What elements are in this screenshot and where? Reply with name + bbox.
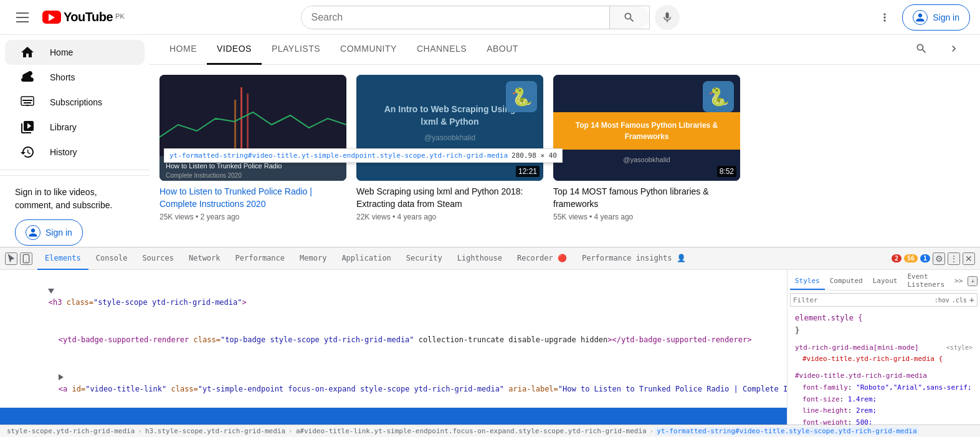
tab-sources[interactable]: Sources [135,247,181,270]
tab-channels[interactable]: CHANNELS [407,35,477,65]
topbar: YouTube PK Sign i [0,0,980,35]
sign-in-button[interactable]: Sign in [902,4,970,31]
video-age: 2 years ago [201,213,240,221]
video-meta: 22K views • 4 years ago [356,213,543,221]
expand-triangle[interactable] [48,289,54,294]
devtools-icons: 2 56 1 ⚙ ⋮ ✕ [892,252,975,265]
rule-source: <style> [946,342,973,354]
chevron-right-icon [948,42,960,55]
devtools-settings-button[interactable]: ⚙ [933,252,945,265]
video-card[interactable]: How to Listen to Trunked Police Radio Co… [159,75,346,224]
breadcrumb-item[interactable]: h3.style-scope.ytd-rich-grid-media [143,427,287,435]
element-tooltip: yt-formatted-string#video-title.yt-simpl… [164,148,563,163]
element-style-rule: element.style { } [790,309,978,340]
code-line[interactable]: <ytd-badge-supported-renderer class="top… [0,322,787,359]
code-line-selected[interactable]: <yt-formatted-string id="video-title" cl… [0,408,787,425]
devtools-more-button[interactable]: ⋮ [948,252,960,265]
search-tab-icon [915,42,928,55]
main-content: HOME VIDEOS PLAYLISTS COMMUNITY CHANNELS… [150,35,980,234]
code-line[interactable]: <a id="video-title-link" class="yt-simpl… [0,358,787,408]
sidebar-item-subscriptions-label: Subscriptions [50,97,102,107]
new-style-rule-button[interactable]: + [968,276,978,286]
tooltip-class: yt-formatted-string#video-title.yt-simpl… [169,151,508,160]
tab-playlists[interactable]: PLAYLISTS [262,35,330,65]
svg-rect-17 [553,112,740,150]
devtools-device-button[interactable] [20,252,32,265]
devtools-close-button[interactable]: ✕ [963,252,975,265]
tab-community[interactable]: COMMUNITY [330,35,407,65]
tab-styles[interactable]: Styles [790,272,825,290]
tab-lighthouse[interactable]: Lighthouse [450,247,510,270]
tab-layout[interactable]: Layout [868,272,903,290]
breadcrumb-item[interactable]: a#video-title-link.yt-simple-endpoint.fo… [294,427,649,435]
tab-application[interactable]: Application [334,247,398,270]
tab-chevron[interactable] [938,35,970,65]
tab-videos[interactable]: VIDEOS [207,35,262,65]
tab-home[interactable]: HOME [159,35,207,65]
home-icon [20,45,35,60]
history-icon [20,145,35,160]
styles-filter-input[interactable] [793,296,935,304]
breadcrumb-item-active[interactable]: yt-formatted-string#video-title.style-sc… [655,427,918,435]
search-input[interactable] [302,6,609,29]
video-grid: How to Listen to Trunked Police Radio Co… [150,65,980,234]
video-title: Web Scraping using lxml and Python 2018:… [356,186,543,210]
add-style-button[interactable]: + [969,295,974,305]
tab-event-listeners[interactable]: Event Listeners [902,272,949,290]
error-badge: 2 [892,254,902,262]
tab-network[interactable]: Network [181,247,228,270]
devtools-elements-panel: <h3 class="style-scope ytd-rich-grid-med… [0,270,787,425]
devtools-inspect-button[interactable] [5,252,17,265]
library-icon [20,120,35,135]
svg-text:🐍: 🐍 [511,87,533,107]
search-button[interactable] [609,6,649,29]
tab-recorder[interactable]: Recorder 🔴 [510,247,574,270]
hamburger-menu-button[interactable] [10,5,35,30]
tab-security[interactable]: Security [399,247,450,270]
tab-elements[interactable]: Elements [37,247,88,270]
tab-about[interactable]: ABOUT [477,35,528,65]
css-prop-fontfamily: font-family: "Roboto","Arial",sans-serif… [795,382,973,394]
css-prop-lineheight: line-height: 2rem; [795,405,973,417]
video-thumbnail: An Intro to Web Scraping Using lxml & Py… [356,75,543,181]
tab-more-styles[interactable]: >> [949,272,968,290]
tab-computed[interactable]: Computed [825,272,868,290]
search-box [301,6,650,29]
tab-memory[interactable]: Memory [292,247,334,270]
sidebar-sign-in-button[interactable]: Sign in [15,219,83,246]
video-views: 55K views [553,213,588,221]
sidebar-item-shorts[interactable]: Shorts [5,65,145,90]
tab-search-button[interactable] [905,35,938,65]
info-badge: 1 [920,254,930,262]
sidebar-item-history[interactable]: History [5,140,145,165]
yt-logo-icon [42,11,61,24]
svg-text:How to Listen to Trunked Polic: How to Listen to Trunked Police Radio [166,162,282,170]
expand-triangle[interactable] [59,374,64,380]
sidebar-item-subscriptions[interactable]: Subscriptions [5,90,145,115]
youtube-logo[interactable]: YouTube PK [42,10,125,24]
svg-text:Frameworks: Frameworks [625,132,669,141]
topbar-right: Sign in [821,4,970,31]
css-prop-fontsize: font-size: 1.4rem; [795,394,973,406]
rule-property: #video-title.ytd-rich-grid-media { [795,353,973,365]
breadcrumb-item[interactable]: style-scope.ytd-rich-grid-media [5,427,136,435]
svg-rect-4 [234,100,236,156]
tab-console[interactable]: Console [88,247,135,270]
logo-country: PK [115,12,125,20]
sign-in-label: Sign in [933,12,959,22]
tab-performance[interactable]: Performance [228,247,292,270]
sidebar-item-library-label: Library [50,122,77,132]
svg-text:@yasoobkhalid: @yasoobkhalid [623,156,670,163]
voice-search-button[interactable] [655,5,680,30]
sidebar-item-home[interactable]: Home [5,40,145,65]
tab-performance-insights[interactable]: Performance insights 👤 [574,247,693,270]
video-thumbnail: How to Listen to Trunked Police Radio Co… [159,75,346,181]
user-icon [913,10,928,25]
video-title: How to Listen to Trunked Police Radio | … [159,186,346,210]
sidebar-item-library[interactable]: Library [5,115,145,140]
css-prop-fontweight: font-weight: 500; [795,417,973,425]
code-line[interactable]: <h3 class="style-scope ytd-rich-grid-med… [0,272,787,322]
sign-in-prompt-text: Sign in to like videos, comment, and sub… [15,186,135,212]
more-options-button[interactable] [872,5,897,30]
video-card[interactable]: Top 14 Most Famous Python Libraries & Fr… [553,75,740,224]
